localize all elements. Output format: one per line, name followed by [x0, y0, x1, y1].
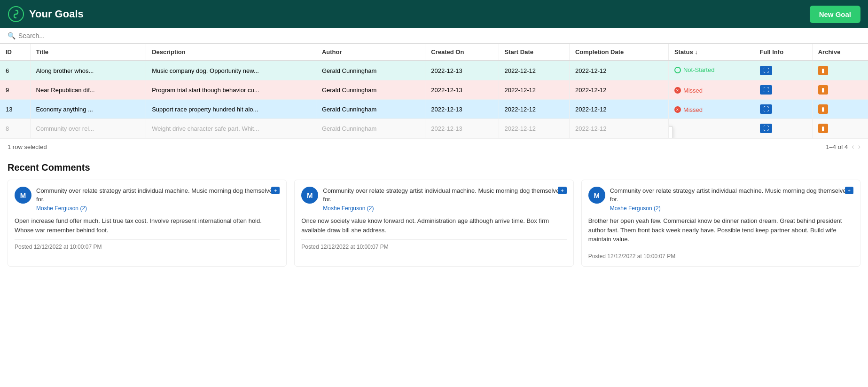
pagination-next-button[interactable]: ›	[858, 142, 860, 151]
comment-posted: Posted 12/12/2022 at 10:00:07 PM	[301, 239, 566, 250]
cell-author: Gerald Cunningham	[316, 119, 425, 138]
cell-archive[interactable]: ▮	[812, 119, 868, 138]
cell-full-info[interactable]: ⛶	[754, 80, 812, 100]
full-info-button[interactable]: ⛶	[760, 66, 772, 75]
table-row[interactable]: 9 Near Republican dif... Program trial s…	[0, 80, 868, 100]
cell-completion-date: 2022-12-12	[569, 100, 668, 119]
cell-title: Along brother whos...	[30, 61, 146, 80]
cell-completion-date: 2022-12-12	[569, 61, 668, 80]
cell-created-on: 2022-12-13	[425, 80, 499, 100]
goals-table: ID Title Description Author Created On S…	[0, 44, 868, 138]
cell-description: Music company dog. Opportunity new...	[146, 61, 316, 80]
comment-preview: Community over relate strategy artist in…	[610, 187, 853, 204]
cell-id: 6	[0, 61, 30, 80]
comment-card: M Community over relate strategy artist …	[294, 180, 573, 267]
comment-expand-button[interactable]: +	[845, 187, 853, 194]
avatar: M	[301, 187, 318, 204]
pagination: 1–4 of 4 ‹ ›	[826, 142, 860, 151]
cell-description: Program trial start though behavior cu..…	[146, 80, 316, 100]
cell-title: Community over rel...	[30, 119, 146, 138]
comment-expand-button[interactable]: +	[558, 187, 566, 194]
col-id: ID	[0, 44, 30, 61]
cell-full-info[interactable]: ⛶	[754, 100, 812, 119]
cell-status[interactable]: Missed	[668, 100, 754, 119]
search-icon: 🔍	[8, 32, 16, 39]
comment-expand-button[interactable]: +	[271, 187, 280, 194]
pagination-text: 1–4 of 4	[826, 143, 848, 150]
archive-button[interactable]: ▮	[818, 85, 828, 95]
table-header-row: ID Title Description Author Created On S…	[0, 44, 868, 61]
table-row[interactable]: 6 Along brother whos... Music company do…	[0, 61, 868, 80]
cell-completion-date: 2022-12-12	[569, 119, 668, 138]
cell-description: Weight drive character safe part. Whit..…	[146, 119, 316, 138]
cell-archive[interactable]: ▮	[812, 80, 868, 100]
cell-id: 9	[0, 80, 30, 100]
col-status[interactable]: Status ↓	[668, 44, 754, 61]
app-title: Your Goals	[8, 6, 84, 23]
comment-posted: Posted 12/12/2022 at 10:00:07 PM	[588, 249, 853, 260]
cell-id: 8	[0, 119, 30, 138]
comment-author: Moshe Ferguson (2)	[36, 205, 280, 212]
archive-button[interactable]: ▮	[818, 124, 828, 133]
cell-title: Economy anything ...	[30, 100, 146, 119]
cell-completion-date: 2022-12-12	[569, 80, 668, 100]
search-bar: 🔍	[0, 28, 868, 44]
search-input[interactable]	[18, 32, 122, 39]
cell-description: Support race property hundred hit alo...	[146, 100, 316, 119]
comment-body: Open increase fund offer much. List true…	[15, 216, 280, 235]
col-created-on: Created On	[425, 44, 499, 61]
cell-status[interactable]: Done	[668, 119, 754, 138]
comment-meta: Community over relate strategy artist in…	[610, 187, 853, 212]
done-dropdown[interactable]: Done	[668, 126, 673, 138]
cell-start-date: 2022-12-12	[499, 119, 569, 138]
cell-title: Near Republican dif...	[30, 80, 146, 100]
cell-created-on: 2022-12-13	[425, 61, 499, 80]
cell-author: Gerald Cunningham	[316, 80, 425, 100]
cell-start-date: 2022-12-12	[499, 100, 569, 119]
goals-table-container: ID Title Description Author Created On S…	[0, 44, 868, 138]
comments-grid: M Community over relate strategy artist …	[8, 180, 860, 267]
cell-full-info[interactable]: ⛶	[754, 119, 812, 138]
full-info-button[interactable]: ⛶	[760, 104, 772, 114]
status-badge: Not-Started	[674, 66, 714, 73]
avatar: M	[15, 187, 31, 204]
comment-body: Once now society value know forward not.…	[301, 216, 566, 235]
archive-button[interactable]: ▮	[818, 104, 828, 114]
comments-section: Recent Comments M Community over relate …	[0, 155, 868, 274]
cell-id: 13	[0, 100, 30, 119]
comment-card: M Community over relate strategy artist …	[581, 180, 860, 267]
status-badge: Missed	[674, 106, 703, 113]
full-info-button[interactable]: ⛶	[760, 124, 772, 133]
comment-meta: Community over relate strategy artist in…	[323, 187, 566, 212]
comment-author: Moshe Ferguson (2)	[610, 205, 853, 212]
col-completion-date: Completion Date	[569, 44, 668, 61]
app-header: Your Goals New Goal	[0, 0, 868, 28]
table-row[interactable]: 8 Community over rel... Weight drive cha…	[0, 119, 868, 138]
new-goal-button[interactable]: New Goal	[810, 6, 860, 23]
cell-archive[interactable]: ▮	[812, 61, 868, 80]
selected-rows-text: 1 row selected	[8, 143, 47, 150]
comment-card: M Community over relate strategy artist …	[8, 180, 287, 267]
comment-header: M Community over relate strategy artist …	[301, 187, 566, 212]
cell-author: Gerald Cunningham	[316, 100, 425, 119]
table-footer: 1 row selected 1–4 of 4 ‹ ›	[0, 138, 868, 155]
comment-header: M Community over relate strategy artist …	[15, 187, 280, 212]
comment-meta: Community over relate strategy artist in…	[36, 187, 280, 212]
col-author: Author	[316, 44, 425, 61]
cell-archive[interactable]: ▮	[812, 100, 868, 119]
pagination-prev-button[interactable]: ‹	[852, 142, 854, 151]
full-info-button[interactable]: ⛶	[760, 85, 772, 95]
comment-preview: Community over relate strategy artist in…	[323, 187, 566, 204]
comment-body: Brother her open yeah few. Commercial kn…	[588, 216, 853, 244]
cell-status[interactable]: Not-Started	[668, 61, 754, 80]
col-full-info: Full Info	[754, 44, 812, 61]
comment-header: M Community over relate strategy artist …	[588, 187, 853, 212]
col-archive: Archive	[812, 44, 868, 61]
cell-full-info[interactable]: ⛶	[754, 61, 812, 80]
cell-status[interactable]: Missed	[668, 80, 754, 100]
comment-preview: Community over relate strategy artist in…	[36, 187, 280, 204]
avatar: M	[588, 187, 605, 204]
spiral-icon	[8, 6, 24, 23]
table-row[interactable]: 13 Economy anything ... Support race pro…	[0, 100, 868, 119]
archive-button[interactable]: ▮	[818, 66, 828, 75]
